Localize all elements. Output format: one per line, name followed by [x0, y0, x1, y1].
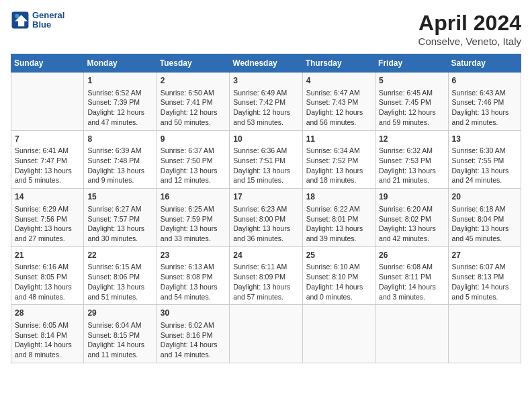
- day-number: 25: [306, 250, 371, 261]
- day-number: 30: [161, 308, 226, 319]
- day-info: and 12 minutes.: [161, 175, 226, 185]
- day-number: 7: [15, 134, 80, 145]
- day-info: Sunrise: 6:11 AM: [233, 262, 298, 272]
- day-number: 11: [306, 134, 371, 145]
- calendar-cell: 2Sunrise: 6:50 AMSunset: 7:41 PMDaylight…: [157, 73, 229, 131]
- day-info: and 11 minutes.: [87, 350, 152, 360]
- day-info: Sunrise: 6:36 AM: [233, 146, 298, 156]
- day-info: Daylight: 13 hours: [452, 166, 517, 176]
- day-number: 12: [379, 134, 444, 145]
- calendar-cell: 20Sunrise: 6:18 AMSunset: 8:04 PMDayligh…: [448, 189, 521, 247]
- day-number: 15: [87, 191, 152, 203]
- logo-text: General Blue: [32, 11, 64, 30]
- day-number: 28: [15, 308, 80, 319]
- calendar-cell: [11, 73, 84, 131]
- day-number: 6: [452, 75, 517, 87]
- day-info: Daylight: 13 hours: [379, 224, 444, 234]
- day-info: and 5 minutes.: [15, 175, 80, 185]
- calendar-week-row: 1Sunrise: 6:52 AMSunset: 7:39 PMDaylight…: [11, 73, 521, 131]
- day-info: Daylight: 12 hours: [161, 107, 226, 118]
- day-info: and 53 minutes.: [233, 118, 298, 128]
- day-number: 27: [452, 250, 517, 261]
- day-info: Daylight: 13 hours: [87, 224, 152, 234]
- day-info: Sunrise: 6:04 AM: [87, 320, 152, 330]
- day-info: Sunrise: 6:02 AM: [161, 320, 226, 330]
- day-info: Sunrise: 6:29 AM: [15, 204, 80, 214]
- day-info: Sunset: 7:51 PM: [233, 156, 298, 166]
- day-number: 5: [379, 75, 444, 87]
- day-info: Daylight: 13 hours: [306, 166, 371, 176]
- day-info: Sunrise: 6:25 AM: [161, 204, 226, 214]
- day-info: Daylight: 12 hours: [379, 107, 444, 118]
- day-info: and 5 minutes.: [452, 292, 517, 302]
- day-info: Sunrise: 6:23 AM: [233, 204, 298, 214]
- day-number: 21: [15, 250, 80, 261]
- day-number: 10: [233, 134, 298, 145]
- day-info: Sunrise: 6:07 AM: [452, 262, 517, 272]
- day-info: Sunrise: 6:22 AM: [306, 204, 371, 214]
- day-number: 14: [15, 191, 80, 203]
- day-info: Sunset: 8:11 PM: [379, 272, 444, 282]
- day-info: and 57 minutes.: [233, 292, 298, 302]
- calendar-cell: 24Sunrise: 6:11 AMSunset: 8:09 PMDayligh…: [230, 246, 302, 305]
- day-info: and 54 minutes.: [161, 292, 226, 302]
- logo-line2: Blue: [32, 20, 64, 30]
- day-info: and 45 minutes.: [452, 234, 517, 244]
- calendar-week-row: 28Sunrise: 6:05 AMSunset: 8:14 PMDayligh…: [11, 305, 521, 363]
- day-info: Sunset: 8:06 PM: [87, 272, 152, 282]
- calendar-cell: 14Sunrise: 6:29 AMSunset: 7:56 PMDayligh…: [11, 189, 84, 247]
- day-info: Daylight: 13 hours: [233, 224, 298, 234]
- day-info: Daylight: 14 hours: [306, 282, 371, 292]
- day-number: 29: [87, 308, 152, 319]
- day-info: Sunrise: 6:18 AM: [452, 204, 517, 214]
- calendar-cell: 8Sunrise: 6:39 AMSunset: 7:48 PMDaylight…: [84, 130, 157, 189]
- day-info: and 0 minutes.: [306, 292, 371, 302]
- day-info: and 27 minutes.: [15, 234, 80, 244]
- day-info: Daylight: 13 hours: [233, 166, 298, 176]
- calendar-cell: 11Sunrise: 6:34 AMSunset: 7:52 PMDayligh…: [302, 130, 375, 189]
- day-info: Sunset: 7:55 PM: [452, 156, 517, 166]
- day-info: Sunset: 8:15 PM: [87, 330, 152, 340]
- day-number: 17: [233, 191, 298, 203]
- day-info: Daylight: 14 hours: [161, 340, 226, 350]
- calendar-cell: [448, 305, 521, 363]
- day-info: Sunrise: 6:32 AM: [379, 146, 444, 156]
- day-info: Sunrise: 6:39 AM: [87, 146, 152, 156]
- day-number: 3: [233, 75, 298, 87]
- calendar-week-row: 7Sunrise: 6:41 AMSunset: 7:47 PMDaylight…: [11, 130, 521, 189]
- day-info: Sunset: 7:48 PM: [87, 156, 152, 166]
- day-info: and 9 minutes.: [87, 175, 152, 185]
- calendar-cell: 17Sunrise: 6:23 AMSunset: 8:00 PMDayligh…: [230, 189, 302, 247]
- day-info: and 42 minutes.: [379, 234, 444, 244]
- day-info: and 51 minutes.: [87, 292, 152, 302]
- day-info: and 21 minutes.: [379, 175, 444, 185]
- day-number: 23: [161, 250, 226, 261]
- day-info: Sunset: 8:10 PM: [306, 272, 371, 282]
- day-info: Sunset: 7:46 PM: [452, 97, 517, 107]
- column-header-wednesday: Wednesday: [230, 54, 302, 73]
- day-info: Sunrise: 6:34 AM: [306, 146, 371, 156]
- calendar-cell: 6Sunrise: 6:43 AMSunset: 7:46 PMDaylight…: [448, 73, 521, 131]
- day-info: Sunset: 8:16 PM: [161, 330, 226, 340]
- day-info: Sunset: 7:59 PM: [161, 214, 226, 224]
- day-info: Daylight: 12 hours: [233, 107, 298, 118]
- day-info: Sunrise: 6:15 AM: [87, 262, 152, 272]
- day-info: Daylight: 12 hours: [87, 107, 152, 118]
- day-info: Daylight: 14 hours: [15, 340, 80, 350]
- day-info: Sunrise: 6:41 AM: [15, 146, 80, 156]
- page-title: April 2024: [418, 11, 521, 36]
- calendar-header-row: SundayMondayTuesdayWednesdayThursdayFrid…: [11, 54, 521, 73]
- day-info: and 48 minutes.: [15, 292, 80, 302]
- day-info: Sunset: 7:41 PM: [161, 97, 226, 107]
- day-info: Sunset: 7:42 PM: [233, 97, 298, 107]
- calendar-cell: 1Sunrise: 6:52 AMSunset: 7:39 PMDaylight…: [84, 73, 157, 131]
- calendar-cell: 13Sunrise: 6:30 AMSunset: 7:55 PMDayligh…: [448, 130, 521, 189]
- day-info: Sunrise: 6:30 AM: [452, 146, 517, 156]
- day-number: 19: [379, 191, 444, 203]
- svg-point-2: [15, 14, 19, 18]
- day-info: Sunset: 7:57 PM: [87, 214, 152, 224]
- day-info: Daylight: 13 hours: [15, 166, 80, 176]
- day-info: Sunset: 8:02 PM: [379, 214, 444, 224]
- day-info: and 30 minutes.: [87, 234, 152, 244]
- day-number: 13: [452, 134, 517, 145]
